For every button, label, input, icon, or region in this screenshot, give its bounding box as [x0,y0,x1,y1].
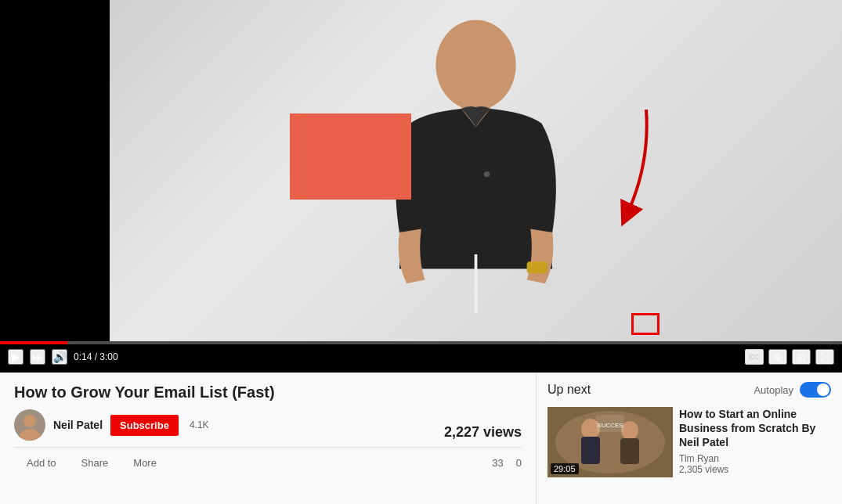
svg-rect-2 [527,261,547,273]
right-panel: Up next Autoplay [537,373,842,504]
svg-rect-12 [581,437,600,464]
progress-fill [0,341,67,344]
rec-thumbnail: SUCCES 29:05 [547,407,673,477]
up-next-header: Up next Autoplay [547,382,831,398]
like-count: 33 [492,457,503,469]
orange-card [290,113,411,200]
svg-point-3 [484,171,490,177]
views-count: 2,227 views [444,424,522,441]
up-next-label: Up next [547,383,591,397]
left-panel: How to Grow Your Email List (Fast) Neil … [0,373,537,504]
skip-button[interactable]: ⏭ [30,349,45,365]
progress-bar[interactable] [0,341,842,344]
actions-row: Add to Share More 33 0 [14,447,522,473]
arrow-indicator [599,102,662,227]
main-layout: ▶ ⏭ 🔊 0:14 / 3:00 CC ⚙ ⊡ ⛶ How to Grow Y… [0,0,842,504]
controls-right: CC ⚙ ⊡ ⛶ [745,349,834,365]
autoplay-toggle[interactable] [800,382,831,398]
svg-text:SUCCES: SUCCES [597,422,623,429]
time-display: 0:14 / 3:00 [74,351,118,362]
more-button[interactable]: More [121,452,169,473]
person-container [110,0,842,341]
recommended-video-card[interactable]: SUCCES 29:05 How to Start an Online Busi… [547,407,831,477]
rec-channel: Tim Ryan [679,453,831,464]
cc-button[interactable]: CC [745,349,764,365]
subscribe-button[interactable]: Subscribe [110,415,179,436]
toggle-knob [817,383,829,396]
volume-button[interactable]: 🔊 [52,349,67,365]
video-controls: ▶ ⏭ 🔊 0:14 / 3:00 CC ⚙ ⊡ ⛶ [0,341,842,373]
miniplayer-button[interactable]: ⊡ [792,349,811,365]
cc-highlight-box [631,313,660,335]
svg-point-0 [435,20,515,110]
share-button[interactable]: Share [69,452,121,473]
video-player: ▶ ⏭ 🔊 0:14 / 3:00 CC ⚙ ⊡ ⛶ [0,0,842,373]
rec-views: 2,305 views [679,464,831,475]
play-button[interactable]: ▶ [8,349,23,365]
autoplay-label: Autoplay [753,384,793,396]
dislike-count: 0 [516,457,522,469]
rec-duration: 29:05 [551,463,579,474]
svg-rect-4 [475,254,478,312]
bottom-section: How to Grow Your Email List (Fast) Neil … [0,373,842,504]
rec-title: How to Start an Online Business from Scr… [679,407,831,450]
settings-button[interactable]: ⚙ [768,349,787,365]
video-scene [0,0,842,341]
add-to-button[interactable]: Add to [14,452,69,473]
svg-rect-14 [620,438,639,464]
rec-info: How to Start an Online Business from Scr… [679,407,831,477]
video-title: How to Grow Your Email List (Fast) [14,383,522,401]
subscriber-count: 4.1K [190,419,209,430]
svg-point-7 [23,415,36,427]
channel-avatar [14,409,45,441]
fullscreen-button[interactable]: ⛶ [815,349,834,365]
likes-section: 33 0 [492,457,522,469]
channel-name: Neil Patel [53,419,103,431]
channel-row: Neil Patel Subscribe 4.1K 2,227 views [14,409,522,441]
autoplay-control: Autoplay [753,382,831,398]
